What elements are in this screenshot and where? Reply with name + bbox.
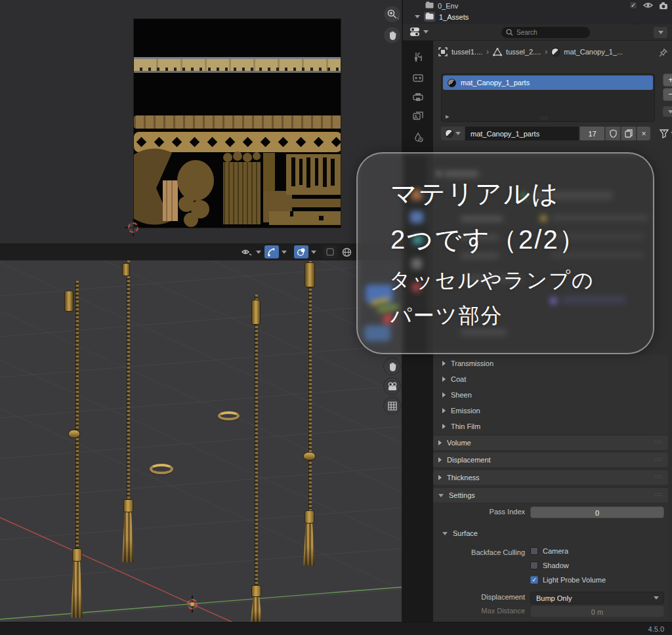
- panel-volume[interactable]: Volume ::::: [433, 436, 668, 450]
- tassel-knot[interactable]: [68, 430, 80, 438]
- show-overlays-toggle[interactable]: [294, 245, 308, 258]
- texture-trim-band: [134, 57, 341, 73]
- tab-view-layer[interactable]: [408, 108, 429, 125]
- tassel-lamp[interactable]: [304, 262, 315, 287]
- search-input[interactable]: [516, 29, 579, 36]
- exclude-checkbox[interactable]: ✓: [629, 1, 637, 9]
- header-options-button[interactable]: [654, 27, 667, 38]
- panel-thickness[interactable]: Thickness ::::: [433, 470, 668, 485]
- max-distance-label: Max Distance: [433, 607, 525, 615]
- tassel-lamp[interactable]: [64, 291, 74, 312]
- shadow-checkbox[interactable]: [530, 562, 538, 569]
- outliner-row-assets[interactable]: 1_Assets ✓: [403, 11, 672, 22]
- viewport-3d[interactable]: [0, 243, 402, 622]
- tassel-cord[interactable]: [127, 260, 130, 501]
- panel-grip[interactable]: ::::: [654, 474, 663, 480]
- uv-image-editor[interactable]: ‹: [0, 0, 402, 243]
- gizmo-icon: [267, 247, 276, 256]
- backface-shadow-row[interactable]: Shadow: [530, 562, 569, 569]
- collection-label[interactable]: 1_Assets: [439, 13, 469, 21]
- overlays-chevron[interactable]: [310, 245, 317, 258]
- slot-specials-button[interactable]: [663, 106, 672, 117]
- gold-ring[interactable]: [150, 464, 173, 474]
- tassel-cap: [123, 499, 133, 512]
- viewport-camera-button[interactable]: [383, 377, 401, 395]
- viewport-3d-cursor[interactable]: [185, 597, 200, 611]
- tab-scene[interactable]: [408, 129, 429, 146]
- panel-thin-film[interactable]: Thin Film: [433, 419, 668, 434]
- panel-displacement[interactable]: Displacement ::::: [433, 453, 668, 467]
- panel-grip[interactable]: ::::: [654, 456, 663, 462]
- viewport-pan-button[interactable]: [383, 358, 401, 375]
- subpanel-surface[interactable]: Surface: [433, 526, 668, 541]
- light-probe-checkbox[interactable]: ✓: [530, 576, 538, 584]
- visibility-chevron[interactable]: [255, 245, 262, 258]
- tassel-cord[interactable]: [75, 281, 79, 550]
- collection-icon: [424, 12, 435, 22]
- texture-uv-islands: [134, 150, 341, 228]
- uv-pan-button[interactable]: [383, 26, 401, 44]
- backface-camera-row[interactable]: Camera: [530, 547, 568, 555]
- search-box[interactable]: [501, 27, 590, 38]
- remove-slot-button[interactable]: −: [663, 88, 672, 101]
- shading-wireframe-button[interactable]: [339, 245, 354, 258]
- pass-index-field[interactable]: 0: [530, 506, 664, 518]
- expand-chevron[interactable]: [415, 15, 420, 18]
- viewport-ortho-grid-button[interactable]: [383, 397, 401, 415]
- new-material-copy-button[interactable]: [621, 127, 636, 140]
- funnel-icon: [660, 129, 669, 138]
- slot-list-expand[interactable]: ▶: [446, 114, 449, 119]
- panel-sheen[interactable]: Sheen: [433, 388, 668, 402]
- material-icon: [445, 129, 453, 138]
- list-resize-grip[interactable]: ::::: [540, 115, 549, 121]
- panel-grip[interactable]: ::::: [654, 439, 663, 445]
- max-distance-field[interactable]: 0 m: [530, 605, 664, 617]
- tab-render[interactable]: [408, 70, 429, 87]
- tassel-lamp[interactable]: [251, 300, 261, 325]
- material-users-button[interactable]: 17: [579, 127, 604, 140]
- show-gizmo-toggle[interactable]: [264, 245, 279, 258]
- breadcrumb-material[interactable]: mat_Canopy_1_...: [564, 48, 623, 56]
- panel-transmission[interactable]: Transmission: [433, 356, 668, 371]
- viewport-grid: [0, 243, 402, 622]
- panel-emission[interactable]: Emission: [433, 403, 668, 418]
- panel-settings[interactable]: Settings ::::: [433, 488, 668, 502]
- xray-toggle[interactable]: [323, 245, 337, 258]
- tassel-cord[interactable]: [255, 295, 258, 586]
- editor-type-button[interactable]: [410, 26, 429, 37]
- material-slot-list[interactable]: mat_Canopy_1_parts ▶ ::::: [441, 73, 655, 122]
- panel-grip[interactable]: ::::: [654, 491, 663, 497]
- breadcrumb-object[interactable]: tussel1....: [452, 48, 482, 56]
- tassel-cap: [251, 585, 261, 597]
- link-filter-dropdown[interactable]: [656, 127, 672, 140]
- disable-render-camera-icon[interactable]: [659, 2, 668, 9]
- tab-output[interactable]: [408, 89, 429, 106]
- backface-light-probe-row[interactable]: ✓ Light Probe Volume: [530, 576, 606, 584]
- hide-eye-icon[interactable]: [643, 2, 653, 9]
- object-visibility-dropdown[interactable]: [239, 245, 255, 258]
- camera-checkbox[interactable]: [530, 547, 538, 555]
- displacement-dropdown[interactable]: Bump Only: [530, 592, 664, 604]
- properties-header: [403, 24, 672, 41]
- fake-user-shield-button[interactable]: [605, 127, 620, 140]
- outliner-row-env[interactable]: 0_Env ✓: [403, 0, 672, 11]
- panel-coat[interactable]: Coat: [433, 372, 668, 386]
- pin-icon[interactable]: [659, 49, 667, 57]
- tassel-knot[interactable]: [303, 452, 316, 461]
- hand-icon: [388, 30, 397, 40]
- gizmo-chevron[interactable]: [281, 245, 287, 258]
- browse-material-button[interactable]: [441, 127, 465, 140]
- tab-tool[interactable]: [408, 49, 429, 66]
- uv-2d-cursor[interactable]: [126, 220, 140, 235]
- collection-label[interactable]: 0_Env: [438, 2, 458, 10]
- material-name-field[interactable]: [465, 127, 579, 140]
- unlink-material-button[interactable]: ×: [637, 127, 650, 140]
- tassel-bead: [122, 263, 130, 276]
- material-slot-selected[interactable]: mat_Canopy_1_parts: [443, 75, 653, 90]
- tassel-cap: [72, 548, 82, 562]
- add-slot-button[interactable]: +: [663, 73, 672, 87]
- breadcrumb-mesh[interactable]: tussel_2....: [506, 48, 541, 56]
- region-collapse-arrow[interactable]: ‹: [397, 14, 399, 22]
- gold-ring[interactable]: [218, 411, 240, 420]
- tassel-cord[interactable]: [308, 261, 312, 510]
